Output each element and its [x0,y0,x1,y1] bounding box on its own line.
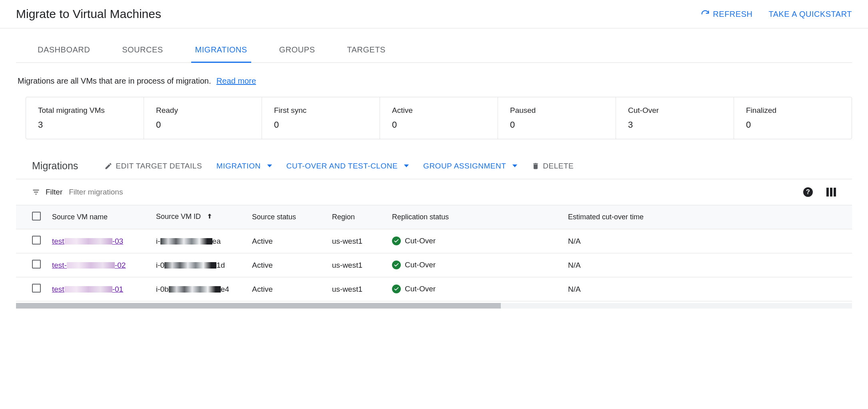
refresh-label: REFRESH [713,10,752,19]
table-row: test-03 i-ea Active us-west1 Cut-Over N/… [16,229,852,253]
header-actions: REFRESH TAKE A QUICKSTART [701,10,852,19]
chevron-down-icon [404,164,409,167]
stat-label: Finalized [746,106,840,115]
filter-row: Filter ? [16,179,852,205]
stat-label: Paused [510,106,604,115]
delete-label: DELETE [543,162,574,170]
select-all-checkbox[interactable] [32,212,41,221]
refresh-icon [701,10,710,18]
check-circle-icon [392,261,401,269]
replication-status-text: Cut-Over [405,261,436,269]
cell-source-vm-id: i-0be4 [150,277,246,301]
stat-finalized: Finalized 0 [734,97,852,139]
migration-label: MIGRATION [216,162,261,170]
cell-source-vm-name: test-01 [46,277,150,301]
group-assignment-dropdown[interactable]: GROUP ASSIGNMENT [423,162,517,170]
chevron-down-icon [267,164,272,167]
stat-label: Active [392,106,486,115]
help-icon[interactable]: ? [803,187,813,197]
stat-value: 3 [38,120,132,130]
stat-active: Active 0 [380,97,498,139]
cell-source-status: Active [246,277,326,301]
cell-eta: N/A [562,229,852,253]
col-source-vm-id[interactable]: Source VM ID [150,205,246,229]
stat-value: 0 [274,120,368,130]
stat-label: Total migrating VMs [38,106,132,115]
trash-icon [532,162,540,170]
stat-first-sync: First sync 0 [262,97,380,139]
col-estimated-cutover[interactable]: Estimated cut-over time [562,205,852,229]
stat-value: 0 [156,120,250,130]
quickstart-button[interactable]: TAKE A QUICKSTART [768,10,852,19]
cell-eta: N/A [562,253,852,277]
row-checkbox[interactable] [32,284,41,293]
migrations-table: Source VM name Source VM ID Source statu… [16,205,852,301]
cell-region: us-west1 [326,229,386,253]
filter-input[interactable] [68,187,172,197]
replication-status-text: Cut-Over [405,237,436,245]
sort-ascending-icon [206,213,213,222]
cell-source-status: Active [246,253,326,277]
cell-region: us-west1 [326,277,386,301]
group-label: GROUP ASSIGNMENT [423,162,506,170]
vm-name-link[interactable]: test--02 [52,261,126,269]
cell-source-status: Active [246,229,326,253]
stat-value: 0 [510,120,604,130]
vm-name-link[interactable]: test-03 [52,237,123,245]
read-more-link[interactable]: Read more [216,76,256,85]
section-title: Migrations [32,160,78,172]
tab-targets[interactable]: TARGETS [343,38,389,63]
table-row: test-01 i-0be4 Active us-west1 Cut-Over … [16,277,852,301]
replication-status-text: Cut-Over [405,285,436,293]
cell-source-vm-id: i-01d [150,253,246,277]
edit-target-details-button[interactable]: EDIT TARGET DETAILS [104,162,202,170]
pencil-icon [104,162,112,170]
vm-name-link[interactable]: test-01 [52,285,123,293]
stat-paused: Paused 0 [498,97,616,139]
cutover-dropdown[interactable]: CUT-OVER AND TEST-CLONE [286,162,409,170]
chevron-down-icon [512,164,517,167]
refresh-button[interactable]: REFRESH [701,10,752,19]
description-text: Migrations are all VMs that are in proce… [18,76,211,85]
migration-dropdown[interactable]: MIGRATION [216,162,272,170]
columns-icon[interactable] [826,188,836,196]
col-replication-status[interactable]: Replication status [386,205,562,229]
cell-replication-status: Cut-Over [386,229,562,253]
tab-bar: DASHBOARD SOURCES MIGRATIONS GROUPS TARG… [16,38,852,63]
stat-ready: Ready 0 [144,97,262,139]
filter-icon [32,188,40,196]
cell-replication-status: Cut-Over [386,277,562,301]
filter-label: Filter [46,188,62,196]
row-checkbox[interactable] [32,260,41,269]
quickstart-label: TAKE A QUICKSTART [768,10,852,19]
col-source-status[interactable]: Source status [246,205,326,229]
col-source-vm-name[interactable]: Source VM name [46,205,150,229]
tab-sources[interactable]: SOURCES [118,38,167,63]
stat-value: 0 [392,120,486,130]
cell-region: us-west1 [326,253,386,277]
tab-groups[interactable]: GROUPS [275,38,319,63]
cutover-label: CUT-OVER AND TEST-CLONE [286,162,398,170]
stat-cutover: Cut-Over 3 [616,97,734,139]
stat-label: First sync [274,106,368,115]
page-title: Migrate to Virtual Machines [16,7,161,21]
stats-card: Total migrating VMs 3 Ready 0 First sync… [26,97,852,139]
col-region[interactable]: Region [326,205,386,229]
check-circle-icon [392,237,401,245]
tab-dashboard[interactable]: DASHBOARD [34,38,94,63]
stat-value: 3 [628,120,722,130]
edit-target-label: EDIT TARGET DETAILS [116,162,202,170]
tab-migrations[interactable]: MIGRATIONS [191,38,251,63]
check-circle-icon [392,285,401,293]
horizontal-scrollbar[interactable] [16,303,852,309]
col-id-label: Source VM ID [156,213,201,221]
delete-button[interactable]: DELETE [532,162,574,170]
stat-label: Cut-Over [628,106,722,115]
stat-total: Total migrating VMs 3 [26,97,144,139]
page-description: Migrations are all VMs that are in proce… [16,63,852,97]
row-checkbox[interactable] [32,236,41,245]
cell-replication-status: Cut-Over [386,253,562,277]
section-header: Migrations EDIT TARGET DETAILS MIGRATION… [16,155,852,179]
cell-eta: N/A [562,277,852,301]
page-header: Migrate to Virtual Machines REFRESH TAKE… [0,0,868,28]
